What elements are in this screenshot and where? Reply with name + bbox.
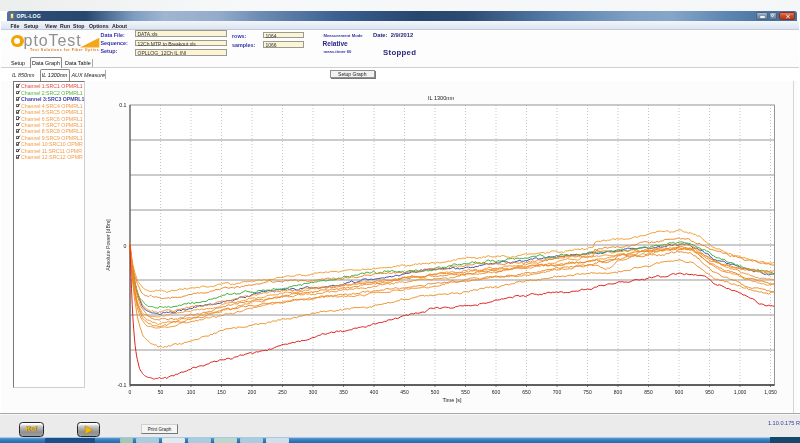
svg-text:800: 800: [614, 389, 623, 395]
svg-text:750: 750: [583, 389, 592, 395]
svg-text:900: 900: [675, 389, 684, 395]
svg-text:-0.1: -0.1: [118, 382, 127, 388]
svg-text:950: 950: [705, 389, 714, 395]
svg-text:500: 500: [431, 389, 440, 395]
svg-text:300: 300: [309, 389, 318, 395]
svg-text:0: 0: [129, 389, 132, 395]
svg-text:IL 1300nm: IL 1300nm: [428, 95, 455, 101]
svg-text:100: 100: [187, 389, 196, 395]
svg-text:50: 50: [158, 389, 164, 395]
svg-text:Time [s]: Time [s]: [443, 397, 462, 403]
svg-text:150: 150: [217, 389, 226, 395]
svg-text:0.1: 0.1: [119, 102, 126, 108]
svg-text:700: 700: [553, 389, 562, 395]
svg-text:250: 250: [278, 389, 287, 395]
svg-text:850: 850: [644, 389, 653, 395]
svg-text:350: 350: [339, 389, 348, 395]
svg-text:650: 650: [522, 389, 531, 395]
svg-text:600: 600: [492, 389, 501, 395]
svg-text:0: 0: [124, 243, 127, 249]
svg-text:450: 450: [400, 389, 409, 395]
svg-text:400: 400: [370, 389, 379, 395]
svg-text:1,000: 1,000: [734, 389, 747, 395]
svg-text:Absolute Power [dBm]: Absolute Power [dBm]: [105, 219, 111, 271]
svg-text:200: 200: [248, 389, 257, 395]
svg-text:1,050: 1,050: [764, 389, 777, 395]
svg-text:550: 550: [461, 389, 470, 395]
